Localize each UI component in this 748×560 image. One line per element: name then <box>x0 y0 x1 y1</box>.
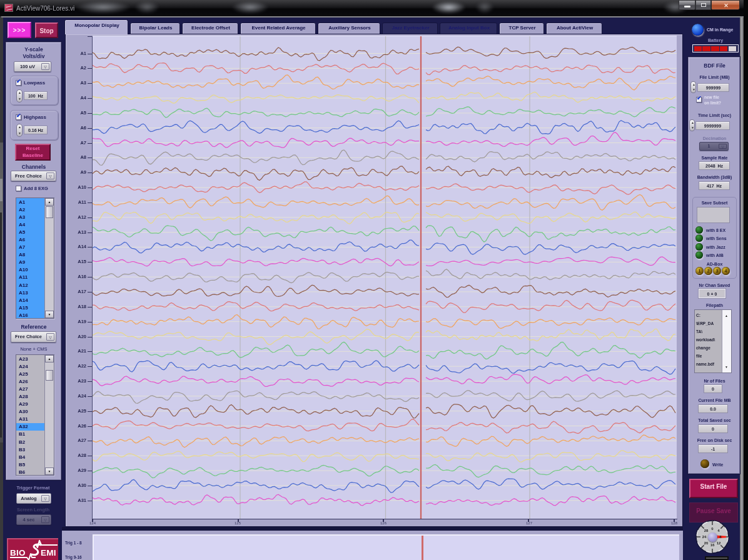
svg-text:EMI: EMI <box>41 548 56 558</box>
svg-text:BIO: BIO <box>10 548 26 558</box>
